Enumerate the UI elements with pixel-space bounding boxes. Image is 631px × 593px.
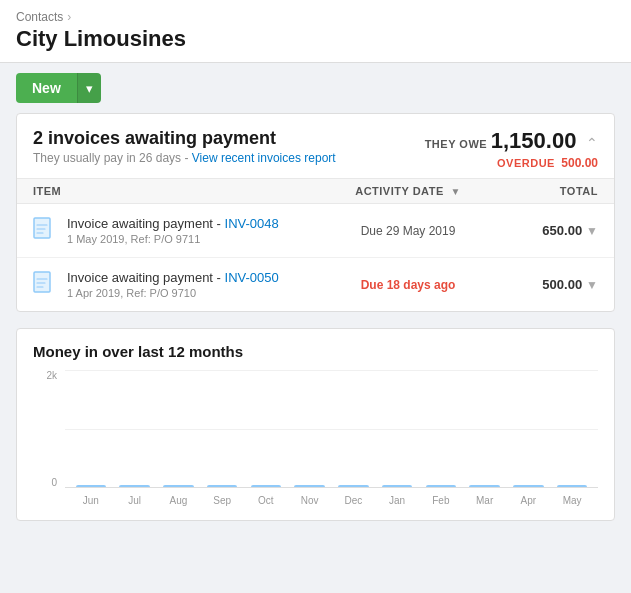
- main-content: 2 invoices awaiting payment They usually…: [0, 113, 631, 537]
- x-label: Nov: [288, 495, 332, 506]
- page-title: City Limousines: [16, 26, 615, 52]
- document-icon: [33, 217, 57, 245]
- x-label: Jul: [113, 495, 157, 506]
- total-cell-2: 500.00 ▼: [498, 277, 598, 292]
- total-amount-1: 650.00: [542, 223, 582, 238]
- invoice-summary-card: 2 invoices awaiting payment They usually…: [16, 113, 615, 312]
- table-row: Invoice awaiting payment - INV-0048 1 Ma…: [17, 204, 614, 258]
- chart-bar: [469, 485, 500, 487]
- x-labels: JunJulAugSepOctNovDecJanFebMarAprMay: [65, 490, 598, 510]
- table-header: ITEM ACTIVITY DATE ▼ TOTAL: [17, 178, 614, 204]
- bar-group: [244, 485, 288, 487]
- chart-area: 2k 0 JunJulAugSepOctNovDecJanFebMarAprMa…: [33, 370, 598, 510]
- overdue-amount: 500.00: [561, 156, 598, 170]
- chart-bar: [557, 485, 588, 487]
- owe-section: THEY OWE 1,150.00 ⌃ OVERDUE 500.00: [425, 128, 598, 170]
- x-label: Jan: [375, 495, 419, 506]
- y-label-bottom: 0: [51, 477, 57, 488]
- page-header: Contacts › City Limousines: [0, 0, 631, 63]
- invoice-link-1[interactable]: INV-0048: [225, 216, 279, 231]
- invoice-item-prefix-1: Invoice awaiting payment -: [67, 216, 225, 231]
- invoice-link-2[interactable]: INV-0050: [225, 270, 279, 285]
- invoice-header: 2 invoices awaiting payment They usually…: [17, 114, 614, 178]
- x-label: Jun: [69, 495, 113, 506]
- chart-bar: [513, 485, 544, 487]
- breadcrumb: Contacts ›: [16, 10, 615, 24]
- invoice-item-title-2: Invoice awaiting payment - INV-0050: [67, 270, 279, 285]
- chart-inner: [65, 370, 598, 488]
- invoice-item-cell-2: Invoice awaiting payment - INV-0050 1 Ap…: [33, 270, 318, 299]
- new-dropdown-button[interactable]: ▾: [77, 73, 101, 103]
- chart-bar: [251, 485, 282, 487]
- overdue-label: OVERDUE: [497, 157, 555, 169]
- x-label: Feb: [419, 495, 463, 506]
- bar-group: [69, 485, 113, 487]
- bar-group: [113, 485, 157, 487]
- collapse-icon[interactable]: ⌃: [586, 135, 598, 151]
- chart-bar: [207, 485, 238, 487]
- x-label: Aug: [157, 495, 201, 506]
- chart-bar: [338, 485, 369, 487]
- invoice-item-sub-1: 1 May 2019, Ref: P/O 9711: [67, 233, 279, 245]
- invoice-item-info-1: Invoice awaiting payment - INV-0048 1 Ma…: [67, 216, 279, 245]
- overdue-row: OVERDUE 500.00: [425, 156, 598, 170]
- new-button-group: New ▾: [16, 73, 101, 103]
- col-total-header: TOTAL: [498, 185, 598, 197]
- they-owe-label: THEY OWE: [425, 138, 487, 150]
- y-label-top: 2k: [46, 370, 57, 381]
- invoice-subtitle: They usually pay in 26 days - View recen…: [33, 151, 336, 165]
- invoice-title: 2 invoices awaiting payment: [33, 128, 336, 149]
- table-row: Invoice awaiting payment - INV-0050 1 Ap…: [17, 258, 614, 311]
- total-cell-1: 650.00 ▼: [498, 223, 598, 238]
- svg-rect-1: [34, 272, 50, 292]
- x-label: Apr: [507, 495, 551, 506]
- invoice-item-sub-2: 1 Apr 2019, Ref: P/O 9710: [67, 287, 279, 299]
- x-label: Sep: [200, 495, 244, 506]
- view-report-link[interactable]: View recent invoices report: [192, 151, 336, 165]
- invoice-item-prefix-2: Invoice awaiting payment -: [67, 270, 225, 285]
- invoice-item-cell-1: Invoice awaiting payment - INV-0048 1 Ma…: [33, 216, 318, 245]
- dropdown-arrow-icon: ▾: [86, 81, 93, 96]
- bar-group: [507, 485, 551, 487]
- owe-row: THEY OWE 1,150.00 ⌃: [425, 128, 598, 154]
- invoice-item-info-2: Invoice awaiting payment - INV-0050 1 Ap…: [67, 270, 279, 299]
- invoice-header-left: 2 invoices awaiting payment They usually…: [33, 128, 336, 165]
- bar-group: [463, 485, 507, 487]
- chart-bar: [76, 485, 107, 487]
- document-icon: [33, 271, 57, 299]
- activity-date-1: Due 29 May 2019: [318, 224, 498, 238]
- col-item-header: ITEM: [33, 185, 318, 197]
- x-label: Dec: [332, 495, 376, 506]
- new-button[interactable]: New: [16, 73, 77, 103]
- col-date-header: ACTIVITY DATE ▼: [318, 185, 498, 197]
- chart-bar: [294, 485, 325, 487]
- x-label: Mar: [463, 495, 507, 506]
- row-expand-icon-2[interactable]: ▼: [586, 278, 598, 292]
- total-amount-2: 500.00: [542, 277, 582, 292]
- toolbar: New ▾: [0, 63, 631, 113]
- breadcrumb-parent[interactable]: Contacts: [16, 10, 63, 24]
- row-expand-icon-1[interactable]: ▼: [586, 224, 598, 238]
- chart-bar: [382, 485, 413, 487]
- bars-container: [65, 370, 598, 487]
- x-label: Oct: [244, 495, 288, 506]
- chart-bar: [426, 485, 457, 487]
- bar-group: [200, 485, 244, 487]
- chart-bar: [163, 485, 194, 487]
- svg-rect-0: [34, 218, 50, 238]
- activity-date-2: Due 18 days ago: [318, 278, 498, 292]
- they-owe-amount: 1,150.00: [491, 128, 577, 153]
- bar-group: [332, 485, 376, 487]
- bar-group: [419, 485, 463, 487]
- bar-group: [288, 485, 332, 487]
- chart-bar: [119, 485, 150, 487]
- chart-title: Money in over last 12 months: [33, 343, 598, 360]
- payment-days-text: They usually pay in 26 days: [33, 151, 181, 165]
- bar-group: [375, 485, 419, 487]
- x-label: May: [550, 495, 594, 506]
- bar-group: [157, 485, 201, 487]
- breadcrumb-separator: ›: [67, 10, 71, 24]
- chart-y-labels: 2k 0: [33, 370, 61, 488]
- sort-arrow-icon[interactable]: ▼: [450, 186, 460, 197]
- chart-card: Money in over last 12 months 2k 0 JunJul…: [16, 328, 615, 521]
